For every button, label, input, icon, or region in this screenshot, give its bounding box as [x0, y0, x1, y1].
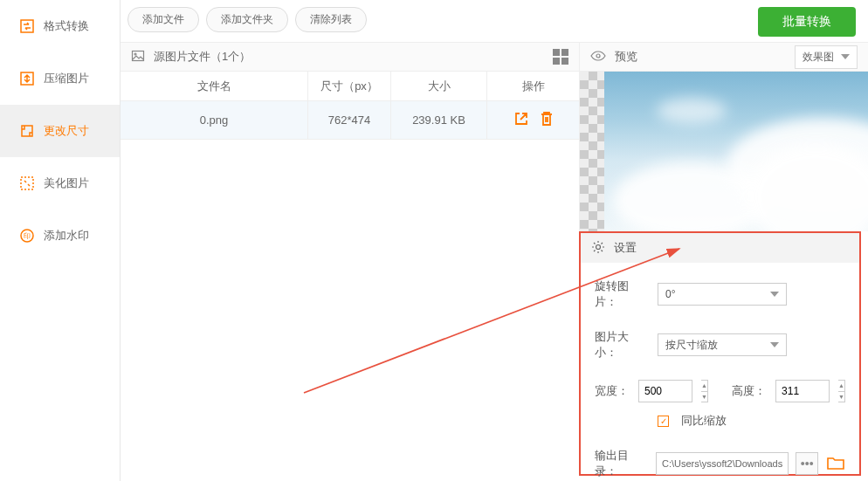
clear-list-button[interactable]: 清除列表	[295, 7, 367, 32]
sidebar: 格式转换 压缩图片 更改尺寸 美化图片 印 添加水印	[0, 0, 120, 481]
height-input[interactable]	[775, 380, 830, 402]
sidebar-label: 压缩图片	[44, 71, 89, 86]
sidebar-item-beautify[interactable]: 美化图片	[0, 157, 120, 210]
beautify-icon	[19, 175, 35, 191]
width-spinner[interactable]: ▲▼	[701, 380, 708, 402]
svg-rect-3	[21, 177, 33, 189]
svg-rect-6	[133, 51, 144, 60]
resize-icon	[19, 123, 35, 139]
cell-operations	[487, 101, 579, 139]
header-dimensions: 尺寸（px）	[308, 72, 391, 100]
rotate-select[interactable]: 0°	[658, 283, 787, 306]
image-icon	[131, 49, 145, 65]
width-input[interactable]	[638, 380, 692, 402]
lock-ratio-checkbox[interactable]: ✓	[658, 416, 669, 427]
effect-dropdown[interactable]: 效果图	[795, 45, 858, 69]
chevron-down-icon	[770, 342, 779, 347]
sidebar-label: 添加水印	[44, 228, 89, 244]
dimensions-row: 宽度： ▲▼ 高度： ▲▼	[595, 380, 845, 402]
svg-rect-2	[22, 126, 32, 136]
rotate-row: 旋转图片： 0°	[595, 278, 845, 310]
settings-panel: 设置 旋转图片： 0° 图片大小： 按尺寸缩放 宽度： ▲▼	[579, 231, 861, 476]
svg-text:印: 印	[24, 232, 31, 240]
source-bar: 源图片文件（1个）	[121, 42, 579, 72]
view-mode-toggle[interactable]	[553, 49, 568, 65]
toolbar: 添加文件 添加文件夹 清除列表	[127, 7, 367, 32]
output-path-input[interactable]	[656, 452, 789, 475]
rotate-label: 旋转图片：	[595, 278, 649, 310]
output-row: 输出目录： •••	[595, 448, 845, 479]
settings-header: 设置	[581, 233, 859, 263]
open-folder-button[interactable]	[825, 453, 845, 474]
compress-icon	[19, 71, 35, 86]
sidebar-label: 格式转换	[44, 18, 89, 34]
svg-point-8	[596, 54, 600, 58]
chevron-down-icon	[770, 292, 779, 297]
sidebar-label: 美化图片	[44, 175, 89, 191]
height-spinner[interactable]: ▲▼	[838, 380, 845, 402]
lock-ratio-label: 同比缩放	[681, 413, 727, 429]
effect-value: 效果图	[803, 50, 834, 65]
chevron-down-icon	[841, 54, 850, 59]
resize-label: 图片大小：	[595, 329, 649, 361]
sidebar-label: 更改尺寸	[44, 123, 89, 139]
preview-image	[604, 72, 868, 231]
resize-value: 按尺寸缩放	[665, 338, 718, 353]
preview-label: 预览	[615, 49, 637, 65]
height-label: 高度：	[732, 383, 767, 399]
batch-convert-button[interactable]: 批量转换	[758, 7, 856, 37]
convert-icon	[19, 18, 35, 34]
settings-title: 设置	[614, 240, 637, 256]
resize-row: 图片大小： 按尺寸缩放	[595, 329, 845, 361]
sidebar-item-format-convert[interactable]: 格式转换	[0, 0, 120, 52]
delete-icon[interactable]	[540, 111, 554, 129]
preview-area	[579, 72, 868, 231]
resize-select[interactable]: 按尺寸缩放	[658, 333, 787, 356]
sidebar-item-resize[interactable]: 更改尺寸	[0, 105, 120, 157]
lock-ratio-row: ✓ 同比缩放	[658, 413, 845, 429]
svg-point-7	[134, 53, 136, 55]
main-area: 添加文件 添加文件夹 清除列表 批量转换 源图片文件（1个） 文件名 尺寸（px…	[120, 0, 868, 481]
sidebar-item-compress[interactable]: 压缩图片	[0, 52, 120, 105]
cell-filesize: 239.91 KB	[391, 101, 487, 139]
cell-dimensions: 762*474	[308, 101, 391, 139]
sidebar-item-watermark[interactable]: 印 添加水印	[0, 210, 120, 262]
add-folder-button[interactable]: 添加文件夹	[206, 7, 288, 32]
watermark-icon: 印	[19, 228, 35, 244]
cell-filename: 0.png	[121, 101, 308, 139]
add-file-button[interactable]: 添加文件	[127, 7, 199, 32]
output-label: 输出目录：	[595, 448, 649, 479]
header-operations: 操作	[487, 72, 579, 100]
gear-icon	[591, 240, 605, 257]
svg-rect-0	[21, 20, 33, 32]
open-external-icon[interactable]	[513, 111, 529, 129]
rotate-value: 0°	[665, 288, 675, 300]
header-filename: 文件名	[121, 72, 308, 100]
preview-bar: 预览 效果图	[579, 42, 868, 72]
table-header: 文件名 尺寸（px） 大小 操作	[121, 72, 579, 101]
header-filesize: 大小	[391, 72, 487, 100]
width-label: 宽度：	[595, 383, 630, 399]
source-label: 源图片文件（1个）	[154, 49, 251, 65]
eye-icon	[590, 48, 606, 66]
svg-point-9	[596, 244, 601, 249]
browse-button[interactable]: •••	[796, 452, 818, 475]
table-row[interactable]: 0.png 762*474 239.91 KB	[121, 101, 579, 140]
